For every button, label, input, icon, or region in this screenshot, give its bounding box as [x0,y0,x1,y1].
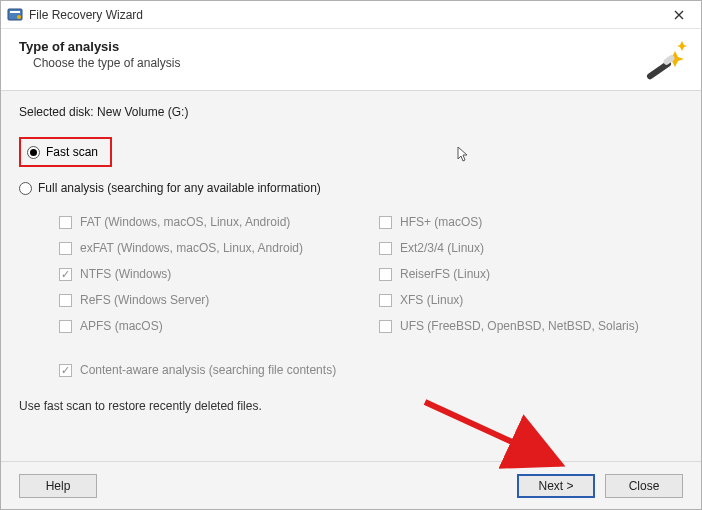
fs-hfs: HFS+ (macOS) [379,209,639,235]
wizard-window: File Recovery Wizard Type of analysis Ch… [0,0,702,510]
fast-scan-radio[interactable] [27,146,40,159]
close-button[interactable]: Close [605,474,683,498]
window-close-button[interactable] [657,1,701,29]
full-analysis-label: Full analysis (searching for any availab… [38,181,321,195]
window-title: File Recovery Wizard [29,8,657,22]
checkbox-icon [59,320,72,333]
checkbox-icon [379,268,392,281]
checkbox-icon [59,268,72,281]
filesystems-col-right: HFS+ (macOS) Ext2/3/4 (Linux) ReiserFS (… [379,209,639,339]
fs-exfat: exFAT (Windows, macOS, Linux, Android) [59,235,379,261]
fast-scan-highlight: Fast scan [19,137,112,167]
selected-disk-label: Selected disk: New Volume (G:) [19,105,683,119]
titlebar: File Recovery Wizard [1,1,701,29]
wizard-footer: Help Next > Close [1,461,701,509]
wizard-header: Type of analysis Choose the type of anal… [1,29,701,91]
checkbox-icon [59,364,72,377]
fs-xfs: XFS (Linux) [379,287,639,313]
filesystems-col-left: FAT (Windows, macOS, Linux, Android) exF… [59,209,379,339]
fs-ntfs: NTFS (Windows) [59,261,379,287]
svg-point-2 [17,15,21,19]
content-aware-option: Content-aware analysis (searching file c… [59,363,683,377]
fs-ufs: UFS (FreeBSD, OpenBSD, NetBSD, Solaris) [379,313,639,339]
app-icon [7,7,23,23]
checkbox-icon [59,242,72,255]
content-aware-label: Content-aware analysis (searching file c… [80,363,336,377]
full-analysis-radio[interactable] [19,182,32,195]
help-button[interactable]: Help [19,474,97,498]
checkbox-icon [379,242,392,255]
fs-fat: FAT (Windows, macOS, Linux, Android) [59,209,379,235]
mouse-cursor-icon [456,146,472,162]
fs-ext: Ext2/3/4 (Linux) [379,235,639,261]
checkbox-icon [379,216,392,229]
fast-scan-label[interactable]: Fast scan [46,145,98,159]
fs-reiserfs: ReiserFS (Linux) [379,261,639,287]
checkbox-icon [379,320,392,333]
page-subtitle: Choose the type of analysis [33,56,683,70]
checkbox-icon [379,294,392,307]
full-analysis-option[interactable]: Full analysis (searching for any availab… [19,181,683,195]
fs-apfs: APFS (macOS) [59,313,379,339]
wizard-wand-icon [639,37,687,85]
next-button[interactable]: Next > [517,474,595,498]
checkbox-icon [59,216,72,229]
filesystems-grid: FAT (Windows, macOS, Linux, Android) exF… [59,209,683,339]
hint-text: Use fast scan to restore recently delete… [19,399,683,413]
svg-rect-1 [10,11,20,13]
page-title: Type of analysis [19,39,683,54]
fs-refs: ReFS (Windows Server) [59,287,379,313]
wizard-body: Selected disk: New Volume (G:) Fast scan… [1,91,701,461]
checkbox-icon [59,294,72,307]
